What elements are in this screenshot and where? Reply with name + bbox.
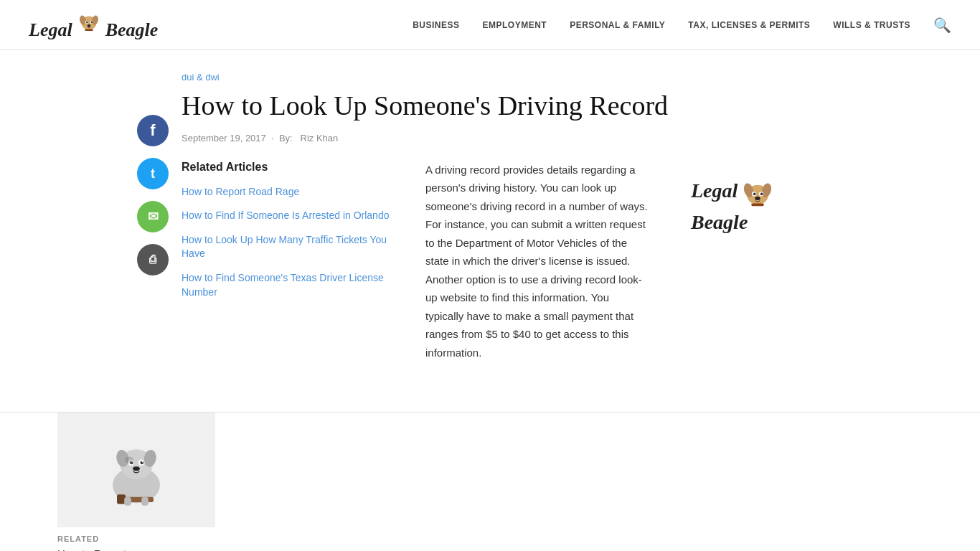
related-link-3[interactable]: How to Look Up How Many Traffic Tickets … (182, 234, 387, 260)
article: dui & dwi How to Look Up Someone's Drivi… (182, 72, 856, 362)
svg-point-28 (133, 466, 140, 471)
svg-rect-32 (141, 497, 149, 506)
email-icon: ✉ (148, 209, 159, 225)
twitter-share-button[interactable]: t (137, 158, 169, 189)
article-title: How to Look Up Someone's Driving Record (182, 90, 842, 123)
side-logo-dog-icon (740, 175, 776, 211)
article-body-row: Related Articles How to Report Road Rage… (182, 161, 842, 362)
bottom-section: RELATED How to Report (0, 412, 980, 551)
svg-point-34 (125, 456, 133, 463)
category-tag[interactable]: dui & dwi (182, 72, 842, 83)
svg-point-5 (86, 22, 88, 23)
list-item: How to Report Road Rage (182, 185, 397, 199)
content-wrapper: f t ✉ ⎙ dui & dwi How to Look Up Someone… (95, 50, 885, 383)
dog-illustration-icon (93, 430, 179, 509)
related-link-4[interactable]: How to Find Someone's Texas Driver Licen… (182, 272, 384, 298)
list-item: How to Look Up How Many Traffic Tickets … (182, 233, 397, 261)
svg-point-14 (753, 192, 756, 195)
article-meta: September 19, 2017 · By: Riz Khan (182, 133, 842, 143)
site-header: Legal Beagle BUSINESS EMPLOYMEN (0, 0, 980, 50)
svg-point-27 (142, 461, 143, 463)
svg-rect-8 (85, 29, 93, 31)
svg-point-16 (755, 197, 761, 200)
nav-tax-licenses[interactable]: TAX, LICENSES & PERMITS (688, 20, 810, 30)
bottom-related-card: RELATED How to Report (57, 413, 215, 551)
article-intro-text: A driving record provides details regard… (425, 161, 648, 362)
side-logo-box: Legal Beagle (677, 161, 842, 248)
logo-dog-icon (75, 9, 103, 36)
list-item: How to Find If Someone Is Arrested in Or… (182, 209, 397, 223)
bottom-card-related-label: RELATED (57, 527, 215, 546)
facebook-share-button[interactable]: f (137, 115, 169, 146)
nav-wills-trusts[interactable]: WILLS & TRUSTS (833, 20, 910, 30)
bottom-card-image (57, 413, 215, 527)
social-sidebar: f t ✉ ⎙ (124, 72, 182, 362)
site-logo[interactable]: Legal Beagle (29, 9, 158, 41)
svg-point-15 (760, 192, 763, 195)
nav-personal-family[interactable]: PERSONAL & FAMILY (570, 20, 665, 30)
bottom-card-title[interactable]: How to Report (57, 546, 215, 551)
svg-rect-31 (124, 497, 131, 506)
nav-business[interactable]: BUSINESS (413, 20, 459, 30)
search-icon[interactable]: 🔍 (933, 17, 951, 34)
article-date: September 19, 2017 (182, 133, 266, 143)
twitter-icon: t (151, 166, 155, 182)
side-logo-text: Legal Beagle (691, 175, 827, 234)
print-button[interactable]: ⎙ (137, 244, 169, 276)
related-link-1[interactable]: How to Report Road Rage (182, 186, 299, 197)
article-author-prefix: By: (279, 133, 293, 143)
nav-employment[interactable]: EMPLOYMENT (483, 20, 547, 30)
svg-rect-30 (117, 494, 126, 504)
related-articles-heading: Related Articles (182, 161, 397, 174)
main-nav: BUSINESS EMPLOYMENT PERSONAL & FAMILY TA… (413, 17, 951, 34)
list-item: How to Find Someone's Texas Driver Licen… (182, 271, 397, 299)
svg-point-7 (87, 24, 90, 27)
related-articles-col: Related Articles How to Report Road Rage… (182, 161, 397, 300)
email-share-button[interactable]: ✉ (137, 201, 169, 232)
facebook-icon: f (150, 121, 155, 140)
svg-point-6 (90, 22, 92, 23)
svg-rect-17 (752, 203, 765, 206)
related-articles-list: How to Report Road Rage How to Find If S… (182, 185, 397, 300)
logo-text: Legal Beagle (29, 9, 158, 41)
article-intro-col: A driving record provides details regard… (425, 161, 648, 362)
print-icon: ⎙ (149, 253, 156, 266)
side-logo-area: Legal Beagle (677, 161, 842, 248)
related-link-2[interactable]: How to Find If Someone Is Arrested in Or… (182, 209, 389, 221)
article-author: Riz Khan (301, 133, 339, 143)
